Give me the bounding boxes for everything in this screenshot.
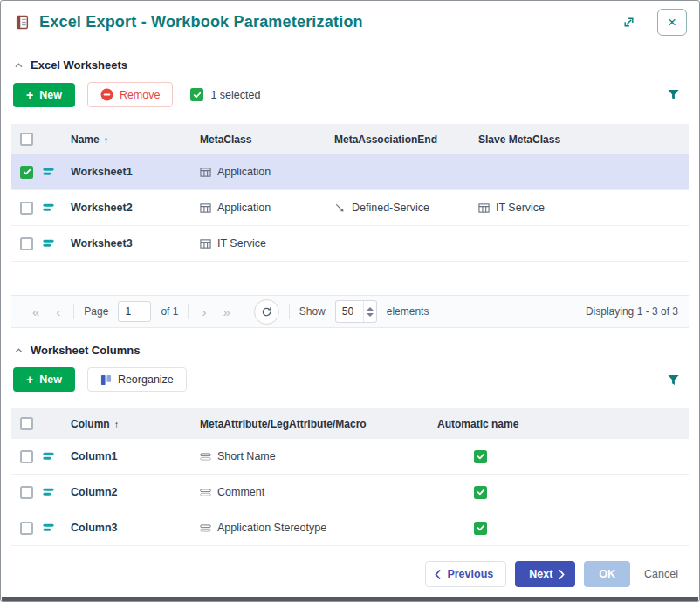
filter-icon [667,373,680,387]
chevron-right-icon [559,570,565,579]
spinner-down-icon[interactable] [367,313,374,317]
page-label: Page [84,305,108,318]
remove-button[interactable]: Remove [87,82,174,107]
page-size-value: 50 [336,301,363,322]
spinner-arrows[interactable] [363,301,376,322]
reorganize-icon [100,374,112,386]
dialog-header: Excel Export - Workbook Parameterization… [1,1,699,44]
collapse-columns-icon[interactable] [15,348,23,353]
row-checkbox[interactable] [20,237,33,250]
association-icon [334,202,346,214]
column-name: Column3 [71,522,200,534]
columns-table-header: Column ↑ MetaAttribute/LegAttribute/Macr… [11,408,689,439]
worksheets-table-header: Name ↑ MetaClass MetaAssociationEnd Slav… [11,124,689,154]
metaclass-icon [200,238,211,250]
first-page-button[interactable]: « [29,304,43,320]
column-header-column[interactable]: Column ↑ [71,418,200,430]
worksheet-icon [43,239,54,248]
collapse-worksheets-icon[interactable] [15,63,23,68]
window-bottom-edge [2,597,698,601]
plus-icon: + [26,91,33,99]
next-button[interactable]: Next [515,561,575,587]
row-checkbox[interactable] [20,522,33,535]
table-row[interactable]: Column3 Application Stereotype [11,510,689,546]
select-all-columns-checkbox[interactable] [20,417,33,430]
cancel-button[interactable]: Cancel [639,562,683,586]
columns-new-button[interactable]: + New [13,367,75,392]
spinner-up-icon[interactable] [367,307,374,311]
row-checkbox[interactable] [20,166,33,179]
metaclass-icon [200,202,211,214]
automatic-name-checkbox[interactable] [474,522,487,535]
previous-button[interactable]: Previous [425,561,506,587]
workbook-icon [15,15,30,30]
elements-label: elements [387,305,429,318]
worksheet-name: Worksheet2 [71,202,200,214]
remove-circle-icon [100,88,113,101]
column-header-name[interactable]: Name ↑ [71,133,200,146]
expand-icon [622,16,635,29]
worksheet-name: Worksheet3 [71,237,200,250]
worksheets-section-header: Excel Worksheets [1,44,699,80]
first-page-icon: « [32,304,39,319]
columns-section-title: Worksheet Columns [31,344,140,357]
columns-toolbar: + New Reorganize [1,366,699,392]
attribute-icon [200,524,211,532]
next-page-icon: › [202,304,206,319]
columns-filter-button[interactable] [667,373,680,387]
prev-page-icon: ‹ [56,304,60,319]
automatic-name-checkbox[interactable] [474,450,487,463]
close-button[interactable]: × [657,9,687,36]
column-icon [43,488,54,496]
sort-asc-icon: ↑ [104,134,109,145]
attribute-icon [200,489,211,496]
automatic-name-checkbox[interactable] [474,486,487,499]
worksheet-name: Worksheet1 [71,166,200,178]
pagination-bar: « ‹ Page of 1 › » Show 50 elements [11,295,689,328]
metaclass-icon [200,167,211,178]
refresh-icon [261,306,272,318]
selection-summary: 1 selected [190,88,260,101]
prev-page-button[interactable]: ‹ [52,304,64,320]
table-row[interactable]: Worksheet1 Application [11,154,689,190]
page-of-label: of 1 [161,305,178,318]
plus-icon: + [26,375,33,384]
ok-button[interactable]: OK [584,561,630,587]
column-icon [43,452,54,461]
column-header-attribute[interactable]: MetaAttribute/LegAttribute/Macro [200,418,437,430]
column-header-metaclass[interactable]: MetaClass [200,133,334,146]
reorganize-button[interactable]: Reorganize [87,367,187,392]
worksheets-filter-button[interactable] [667,88,680,101]
table-row[interactable]: Worksheet2 Application Defined-Service I… [11,190,689,226]
last-page-icon: » [223,304,230,319]
last-page-button[interactable]: » [219,304,233,320]
select-all-checkbox[interactable] [20,133,33,146]
worksheets-toolbar: + New Remove 1 selected [1,80,699,107]
column-header-meta-association-end[interactable]: MetaAssociationEnd [334,133,478,146]
table-row[interactable]: Worksheet3 IT Service [11,226,689,262]
column-header-automatic-name[interactable]: Automatic name [437,418,689,430]
column-icon [43,523,54,532]
columns-table: Column ↑ MetaAttribute/LegAttribute/Macr… [11,408,689,546]
attribute-icon [200,453,211,461]
row-checkbox[interactable] [20,202,33,215]
table-row[interactable]: Column1 Short Name [11,439,689,475]
columns-section-header: Worksheet Columns [1,328,699,366]
row-checkbox[interactable] [20,486,33,499]
column-header-slave-metaclass[interactable]: Slave MetaClass [478,133,689,146]
sort-asc-icon: ↑ [114,419,120,429]
expand-button[interactable] [619,12,639,32]
excel-export-dialog: Excel Export - Workbook Parameterization… [0,0,700,602]
filter-icon [667,88,680,101]
table-row[interactable]: Column2 Comment [11,475,689,510]
column-name: Column1 [71,450,200,462]
selection-checkbox[interactable] [190,88,203,101]
page-input[interactable] [118,301,151,322]
refresh-button[interactable] [254,299,279,325]
worksheets-new-button[interactable]: + New [13,83,75,107]
row-checkbox[interactable] [20,450,33,463]
show-label: Show [299,305,326,318]
next-page-button[interactable]: › [198,304,209,320]
close-icon: × [668,15,676,30]
page-size-spinner[interactable]: 50 [335,300,377,323]
